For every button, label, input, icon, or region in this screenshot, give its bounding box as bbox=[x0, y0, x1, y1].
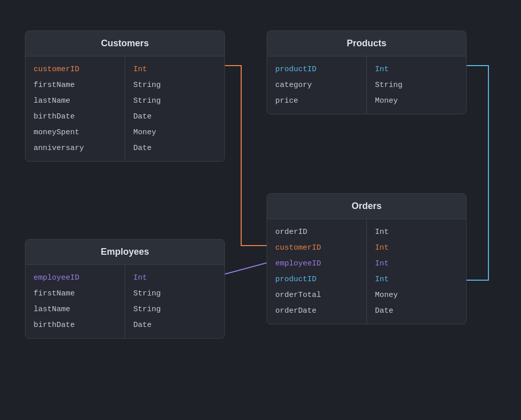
employees-types-col: Int String String Date bbox=[125, 265, 224, 338]
products-row-price-type: Money bbox=[375, 93, 458, 109]
customers-row-firstname-name: firstName bbox=[34, 77, 117, 93]
customers-row-anniversary-type: Date bbox=[133, 140, 216, 156]
products-row-price-name: price bbox=[275, 93, 358, 109]
employees-row-lastname-name: lastName bbox=[34, 302, 117, 317]
products-row-productid-type: Int bbox=[375, 62, 458, 77]
customers-row-customerid-type: Int bbox=[133, 62, 216, 77]
orders-row-ordertotal-type: Money bbox=[375, 287, 458, 303]
orders-row-customerid-name: customerID bbox=[275, 240, 358, 256]
orders-row-ordertotal-name: orderTotal bbox=[275, 287, 358, 303]
employees-row-firstname-type: String bbox=[133, 286, 216, 302]
orders-row-employeeid-type: Int bbox=[375, 256, 458, 272]
orders-row-customerid-type: Int bbox=[375, 240, 458, 256]
customers-row-anniversary-name: anniversary bbox=[34, 140, 117, 156]
customers-row-lastname-name: lastName bbox=[34, 93, 117, 109]
customers-table-header: Customers bbox=[25, 31, 224, 56]
employees-table-body: employeeID firstName lastName birthDate … bbox=[25, 265, 224, 338]
customers-row-lastname-type: String bbox=[133, 93, 216, 109]
employees-row-employeeid-type: Int bbox=[133, 270, 216, 286]
employees-row-birthdate-type: Date bbox=[133, 317, 216, 333]
orders-row-employeeid-name: employeeID bbox=[275, 256, 358, 272]
orders-row-orderid-name: orderID bbox=[275, 224, 358, 240]
customers-types-col: Int String String Date Money Date bbox=[125, 56, 224, 161]
products-types-col: Int String Money bbox=[367, 56, 466, 114]
customers-table: Customers customerID firstName lastName … bbox=[25, 31, 225, 162]
customers-row-birthdate-name: birthDate bbox=[34, 109, 117, 125]
employees-row-firstname-name: firstName bbox=[34, 286, 117, 302]
customers-row-moneyspent-name: moneySpent bbox=[34, 125, 117, 140]
customers-row-moneyspent-type: Money bbox=[133, 125, 216, 140]
employees-row-birthdate-name: birthDate bbox=[34, 317, 117, 333]
products-row-productid-name: productID bbox=[275, 62, 358, 77]
products-table-body: productID category price Int String Mone… bbox=[267, 56, 466, 114]
customers-names-col: customerID firstName lastName birthDate … bbox=[25, 56, 125, 161]
employees-table: Employees employeeID firstName lastName … bbox=[25, 239, 225, 339]
diagram-container: Customers customerID firstName lastName … bbox=[0, 0, 521, 420]
customers-table-body: customerID firstName lastName birthDate … bbox=[25, 56, 224, 161]
employees-row-employeeid-name: employeeID bbox=[34, 270, 117, 286]
orders-row-orderdate-name: orderDate bbox=[275, 303, 358, 319]
customers-row-customerid-name: customerID bbox=[34, 62, 117, 77]
products-names-col: productID category price bbox=[267, 56, 367, 114]
orders-names-col: orderID customerID employeeID productID … bbox=[267, 219, 367, 324]
orders-row-productid-type: Int bbox=[375, 272, 458, 287]
orders-table-body: orderID customerID employeeID productID … bbox=[267, 219, 466, 324]
orders-row-orderdate-type: Date bbox=[375, 303, 458, 319]
customers-row-birthdate-type: Date bbox=[133, 109, 216, 125]
customers-row-firstname-type: String bbox=[133, 77, 216, 93]
products-row-category-name: category bbox=[275, 77, 358, 93]
employees-row-lastname-type: String bbox=[133, 302, 216, 317]
products-row-category-type: String bbox=[375, 77, 458, 93]
products-table-header: Products bbox=[267, 31, 466, 56]
orders-row-productid-name: productID bbox=[275, 272, 358, 287]
orders-table: Orders orderID customerID employeeID pro… bbox=[267, 193, 467, 324]
orders-row-orderid-type: Int bbox=[375, 224, 458, 240]
orders-types-col: Int Int Int Int Money Date bbox=[367, 219, 466, 324]
employees-names-col: employeeID firstName lastName birthDate bbox=[25, 265, 125, 338]
employees-table-header: Employees bbox=[25, 239, 224, 265]
products-table: Products productID category price Int St… bbox=[267, 31, 467, 114]
orders-table-header: Orders bbox=[267, 194, 466, 219]
